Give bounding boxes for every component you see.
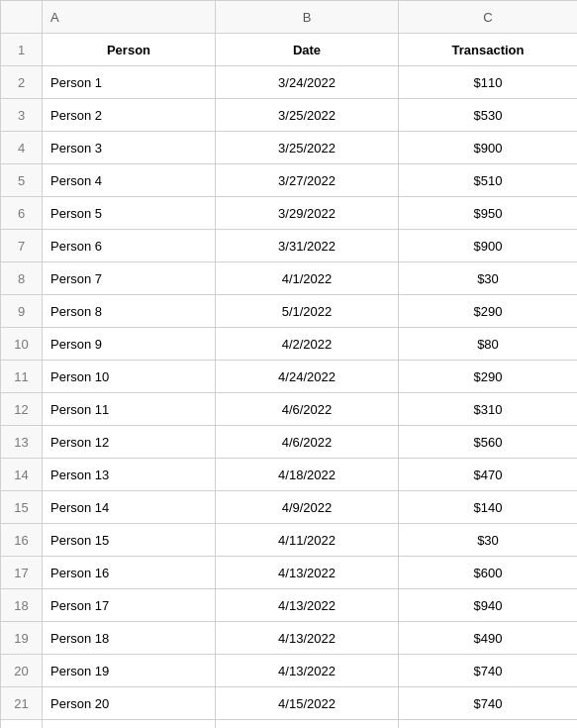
cell-person: Person 6 xyxy=(43,230,216,262)
cell-person: Person 12 xyxy=(43,426,216,459)
cell-date: 4/13/2022 xyxy=(216,557,399,589)
column-label-row: A B C xyxy=(1,1,578,34)
spreadsheet-table: A B C 1 Person Date Transaction 2Person … xyxy=(0,0,577,728)
row-num-7: 7 xyxy=(1,230,43,262)
row-num-17: 17 xyxy=(1,557,43,589)
table-row: 10Person 94/2/2022$80 xyxy=(1,328,578,361)
cell-transaction: $290 xyxy=(399,361,578,393)
cell-person: Person 4 xyxy=(43,164,216,197)
row-num-16: 16 xyxy=(1,524,43,557)
table-row: 14Person 134/18/2022$470 xyxy=(1,459,578,491)
cell-person: Person 5 xyxy=(43,197,216,230)
row-num-12: 12 xyxy=(1,393,43,426)
row-num-14: 14 xyxy=(1,459,43,491)
table-row: 12Person 114/6/2022$310 xyxy=(1,393,578,426)
cell-date: 4/18/2022 xyxy=(216,459,399,491)
row-num-18: 18 xyxy=(1,589,43,622)
table-row: 7Person 63/31/2022$900 xyxy=(1,230,578,262)
cell-transaction: $80 xyxy=(399,328,578,361)
row-num-6: 6 xyxy=(1,197,43,230)
cell-person: Person 8 xyxy=(43,295,216,328)
cell-date: 3/29/2022 xyxy=(216,197,399,230)
table-row: 15Person 144/9/2022$140 xyxy=(1,491,578,524)
row-num-22: 22 xyxy=(1,720,43,729)
table-row: 4Person 33/25/2022$900 xyxy=(1,132,578,164)
row-num-1: 1 xyxy=(1,34,43,66)
col-c-label: C xyxy=(399,1,578,34)
cell-date: 4/11/2022 xyxy=(216,524,399,557)
cell-transaction: $530 xyxy=(399,99,578,132)
table-row: 18Person 174/13/2022$940 xyxy=(1,589,578,622)
table-row: 17Person 164/13/2022$600 xyxy=(1,557,578,589)
cell-date: 3/24/2022 xyxy=(216,66,399,99)
cell-transaction xyxy=(399,720,578,729)
cell-person: Person 1 xyxy=(43,66,216,99)
cell-transaction: $310 xyxy=(399,393,578,426)
cell-date: 4/1/2022 xyxy=(216,262,399,295)
row-num-13: 13 xyxy=(1,426,43,459)
cell-person: Person 14 xyxy=(43,491,216,524)
cell-date: 3/31/2022 xyxy=(216,230,399,262)
row-num-15: 15 xyxy=(1,491,43,524)
row-num-8: 8 xyxy=(1,262,43,295)
corner-cell xyxy=(1,1,43,34)
table-row: 20Person 194/13/2022$740 xyxy=(1,655,578,687)
cell-transaction: $600 xyxy=(399,557,578,589)
row-num-3: 3 xyxy=(1,99,43,132)
cell-date xyxy=(216,720,399,729)
cell-date: 4/24/2022 xyxy=(216,361,399,393)
table-row: 13Person 124/6/2022$560 xyxy=(1,426,578,459)
table-row: 9Person 85/1/2022$290 xyxy=(1,295,578,328)
table-row: 16Person 154/11/2022$30 xyxy=(1,524,578,557)
cell-date: 4/15/2022 xyxy=(216,687,399,720)
table-row: 5Person 43/27/2022$510 xyxy=(1,164,578,197)
cell-transaction: $30 xyxy=(399,524,578,557)
row-num-11: 11 xyxy=(1,361,43,393)
cell-person: Person 18 xyxy=(43,622,216,655)
cell-date: 4/9/2022 xyxy=(216,491,399,524)
cell-date: 5/1/2022 xyxy=(216,295,399,328)
transaction-header: Transaction xyxy=(399,34,578,66)
table-row: 19Person 184/13/2022$490 xyxy=(1,622,578,655)
row-num-5: 5 xyxy=(1,164,43,197)
cell-date: 4/13/2022 xyxy=(216,589,399,622)
cell-person: Person 13 xyxy=(43,459,216,491)
cell-person: Person 16 xyxy=(43,557,216,589)
row-num-21: 21 xyxy=(1,687,43,720)
cell-person: Person 7 xyxy=(43,262,216,295)
row-num-10: 10 xyxy=(1,328,43,361)
cell-date: 4/6/2022 xyxy=(216,393,399,426)
cell-transaction: $30 xyxy=(399,262,578,295)
cell-person: Person 3 xyxy=(43,132,216,164)
table-row: 21Person 204/15/2022$740 xyxy=(1,687,578,720)
cell-transaction: $290 xyxy=(399,295,578,328)
cell-transaction: $740 xyxy=(399,687,578,720)
row-num-9: 9 xyxy=(1,295,43,328)
cell-person xyxy=(43,720,216,729)
cell-transaction: $900 xyxy=(399,132,578,164)
cell-transaction: $940 xyxy=(399,589,578,622)
cell-transaction: $140 xyxy=(399,491,578,524)
cell-date: 3/25/2022 xyxy=(216,99,399,132)
table-row: 22 xyxy=(1,720,578,729)
cell-date: 4/13/2022 xyxy=(216,622,399,655)
person-header: Person xyxy=(43,34,216,66)
cell-date: 4/13/2022 xyxy=(216,655,399,687)
cell-person: Person 20 xyxy=(43,687,216,720)
row-num-2: 2 xyxy=(1,66,43,99)
cell-date: 3/27/2022 xyxy=(216,164,399,197)
cell-person: Person 17 xyxy=(43,589,216,622)
cell-transaction: $510 xyxy=(399,164,578,197)
cell-person: Person 2 xyxy=(43,99,216,132)
row-num-20: 20 xyxy=(1,655,43,687)
cell-transaction: $950 xyxy=(399,197,578,230)
table-row: 8Person 74/1/2022$30 xyxy=(1,262,578,295)
cell-date: 4/6/2022 xyxy=(216,426,399,459)
row-num-19: 19 xyxy=(1,622,43,655)
cell-transaction: $740 xyxy=(399,655,578,687)
date-header: Date xyxy=(216,34,399,66)
cell-person: Person 19 xyxy=(43,655,216,687)
cell-person: Person 15 xyxy=(43,524,216,557)
cell-transaction: $560 xyxy=(399,426,578,459)
table-row: 2Person 13/24/2022$110 xyxy=(1,66,578,99)
